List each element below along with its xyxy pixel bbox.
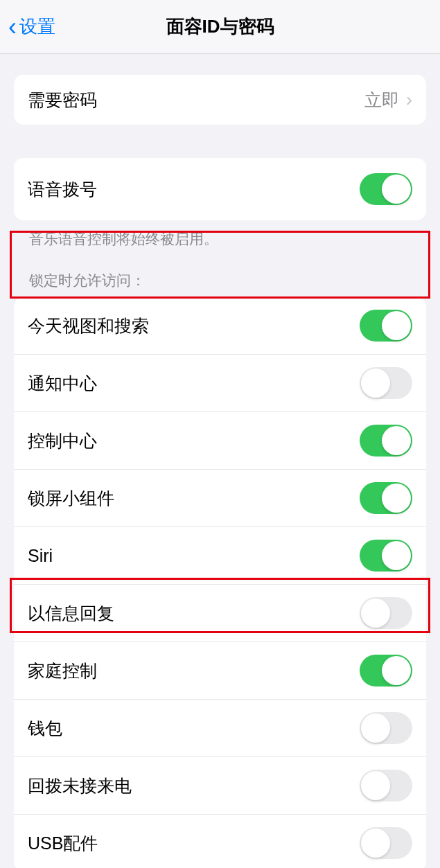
toggle-knob-icon xyxy=(382,541,411,570)
back-button[interactable]: ‹ 设置 xyxy=(0,15,55,39)
require-passcode-value: 立即 xyxy=(364,89,399,112)
row-reply-message: 以信息回复 xyxy=(14,585,426,642)
row-require-passcode[interactable]: 需要密码 立即 › xyxy=(14,75,426,125)
control-center-label: 控制中心 xyxy=(28,429,97,452)
toggle-knob-icon xyxy=(382,484,411,513)
siri-toggle[interactable] xyxy=(360,540,412,572)
callback-label: 回拨未接来电 xyxy=(28,774,132,797)
row-voice-dial: 语音拨号 xyxy=(14,158,426,220)
row-wallet: 钱包 xyxy=(14,700,426,757)
callback-toggle[interactable] xyxy=(360,770,412,801)
row-notification-center: 通知中心 xyxy=(14,355,426,412)
today-view-label: 今天视图和搜索 xyxy=(28,315,149,337)
notification-center-toggle[interactable] xyxy=(360,367,412,399)
row-callback: 回拨未接来电 xyxy=(14,757,426,815)
reply-message-toggle[interactable] xyxy=(360,597,412,629)
toggle-knob-icon xyxy=(361,714,390,743)
row-siri: Siri xyxy=(14,527,426,585)
reply-message-label: 以信息回复 xyxy=(28,602,114,625)
section-lock-access: 今天视图和搜索 通知中心 控制中心 锁屏小组件 Siri xyxy=(14,297,426,868)
content-area: 需要密码 立即 › 语音拨号 音乐语音控制将始终被启用。 锁定时允许访问： 今天… xyxy=(0,75,440,868)
toggle-knob-icon xyxy=(361,369,390,398)
page-title: 面容ID与密码 xyxy=(166,15,274,39)
lock-access-header: 锁定时允许访问： xyxy=(14,249,426,297)
chevron-right-icon: › xyxy=(406,89,412,111)
row-right-content: 立即 › xyxy=(364,89,412,112)
toggle-knob-icon xyxy=(361,599,390,628)
home-control-toggle[interactable] xyxy=(360,655,412,687)
voice-dial-toggle[interactable] xyxy=(360,173,412,205)
today-view-toggle[interactable] xyxy=(360,310,412,342)
chevron-left-icon: ‹ xyxy=(8,15,17,39)
toggle-knob-icon xyxy=(382,175,411,204)
toggle-knob-icon xyxy=(361,829,390,858)
wallet-label: 钱包 xyxy=(28,717,62,740)
control-center-toggle[interactable] xyxy=(360,425,412,457)
section-voice-dial: 语音拨号 xyxy=(14,158,426,220)
toggle-knob-icon xyxy=(382,426,411,455)
row-lock-screen-widgets: 锁屏小组件 xyxy=(14,470,426,527)
toggle-knob-icon xyxy=(382,656,411,685)
row-today-view: 今天视图和搜索 xyxy=(14,297,426,355)
lock-screen-widgets-label: 锁屏小组件 xyxy=(28,487,114,510)
usb-accessories-toggle[interactable] xyxy=(360,827,412,859)
notification-center-label: 通知中心 xyxy=(28,372,97,395)
lock-screen-widgets-toggle[interactable] xyxy=(360,482,412,514)
navigation-header: ‹ 设置 面容ID与密码 xyxy=(0,0,440,54)
voice-dial-label: 语音拨号 xyxy=(28,178,97,201)
row-control-center: 控制中心 xyxy=(14,412,426,470)
wallet-toggle[interactable] xyxy=(360,712,412,744)
require-passcode-label: 需要密码 xyxy=(28,89,97,112)
usb-accessories-label: USB配件 xyxy=(28,832,98,855)
toggle-knob-icon xyxy=(361,771,390,800)
toggle-knob-icon xyxy=(382,311,411,340)
voice-dial-footer: 音乐语音控制将始终被启用。 xyxy=(14,220,426,249)
row-usb-accessories: USB配件 xyxy=(14,815,426,868)
section-require-passcode: 需要密码 立即 › xyxy=(14,75,426,125)
row-home-control: 家庭控制 xyxy=(14,642,426,700)
home-control-label: 家庭控制 xyxy=(28,659,97,682)
siri-label: Siri xyxy=(28,546,53,566)
back-label: 设置 xyxy=(19,15,55,39)
